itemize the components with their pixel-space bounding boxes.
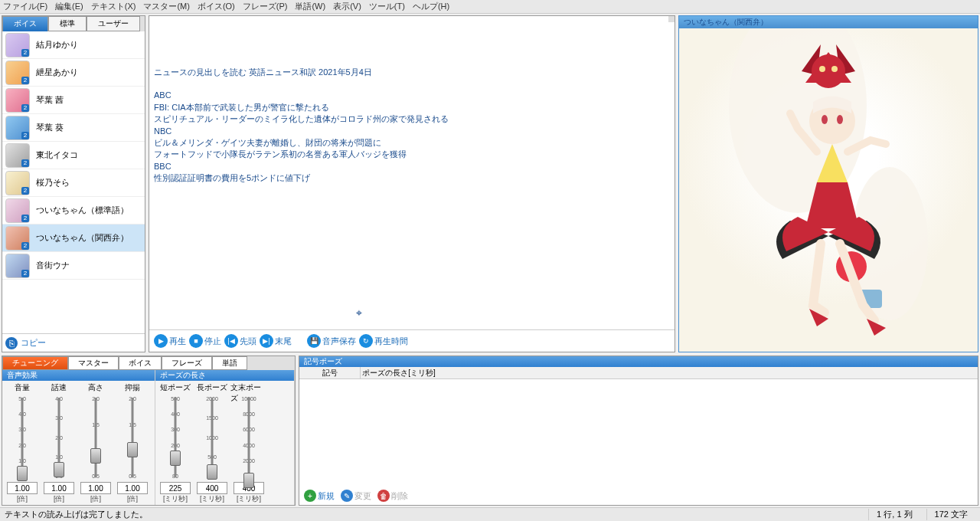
- tab-user[interactable]: ユーザー: [87, 16, 140, 31]
- slider-thumb[interactable]: [90, 448, 101, 464]
- svg-point-4: [831, 66, 838, 72]
- scroll-indicator[interactable]: [668, 16, 675, 22]
- pause-length-section: ポーズの長さ 短ポーズ50040030020010080[ミリ秒]長ポーズ200…: [155, 370, 295, 505]
- voice-item[interactable]: 紲星あかり: [2, 59, 145, 87]
- slider-話速: 話速4.03.02.01.00.5[倍]: [41, 382, 77, 503]
- tab-phrase[interactable]: フレーズ: [162, 356, 212, 370]
- voice-avatar: [5, 143, 30, 168]
- menu-help[interactable]: ヘルプ(H): [413, 1, 449, 12]
- symbol-edit-button[interactable]: ✎変更: [341, 490, 371, 502]
- slider-unit: [倍]: [17, 494, 28, 503]
- slider-track[interactable]: 5.04.03.02.01.00.0: [11, 393, 34, 482]
- menu-word[interactable]: 単語(W): [295, 1, 325, 12]
- tab-tuning[interactable]: チューニング: [2, 356, 68, 370]
- slider-thumb[interactable]: [243, 473, 254, 488]
- slider-track[interactable]: 50040030020010080: [164, 393, 187, 482]
- menu-voice[interactable]: ボイス(O): [198, 1, 235, 12]
- slider-track[interactable]: 2.01.51.00.5: [84, 393, 107, 482]
- status-message: テキストの読み上げは完了しました。: [5, 509, 148, 520]
- slider-label: 音量: [15, 382, 30, 393]
- voice-effect-header: 音声効果: [2, 370, 155, 381]
- slider-unit: [ミリ秒]: [163, 494, 188, 503]
- menu-edit[interactable]: 編集(E): [55, 1, 83, 12]
- voice-list[interactable]: 結月ゆかり紲星あかり琴葉 茜琴葉 葵東北イタコ桜乃そらついなちゃん（標準語）つい…: [2, 31, 145, 333]
- voice-item[interactable]: ついなちゃん（標準語）: [2, 197, 145, 224]
- head-button[interactable]: |◀先頭: [224, 334, 256, 348]
- symbol-new-button[interactable]: +新規: [304, 490, 335, 502]
- tab-master[interactable]: マスター: [68, 356, 119, 370]
- slider-track[interactable]: 200015001000500100: [201, 393, 224, 482]
- slider-thumb[interactable]: [170, 451, 181, 466]
- symbol-col-length[interactable]: ポーズの長さ[ミリ秒]: [361, 367, 437, 378]
- slider-音量: 音量5.04.03.02.01.00.0[倍]: [4, 382, 41, 503]
- symbol-table-body[interactable]: [299, 379, 978, 487]
- tab-voice-tune[interactable]: ボイス: [119, 356, 162, 370]
- slider-thumb[interactable]: [17, 466, 28, 481]
- voice-item[interactable]: 東北イタコ: [2, 142, 145, 169]
- pencil-icon: ✎: [341, 490, 353, 502]
- plus-icon: +: [304, 490, 316, 502]
- voice-name: 東北イタコ: [36, 149, 78, 161]
- slider-value-input[interactable]: [160, 482, 191, 494]
- voice-item[interactable]: 琴葉 葵: [2, 114, 145, 142]
- slider-thumb[interactable]: [54, 462, 64, 477]
- voice-panel: ボイス 標準 ユーザー 結月ゆかり紲星あかり琴葉 茜琴葉 葵東北イタコ桜乃そらつ…: [2, 15, 145, 352]
- menu-tool[interactable]: ツール(T): [369, 1, 405, 12]
- voice-avatar: [5, 61, 30, 85]
- slider-value-input[interactable]: [197, 482, 227, 494]
- voice-name: 紲星あかり: [36, 67, 78, 78]
- menu-text[interactable]: テキスト(X): [91, 1, 136, 12]
- editor-line: [154, 78, 670, 90]
- save-audio-button[interactable]: 💾音声保存: [307, 334, 356, 348]
- copy-button[interactable]: ⎘ コピー: [2, 333, 145, 352]
- voice-item[interactable]: 琴葉 茜: [2, 87, 145, 114]
- slider-value-input[interactable]: [80, 482, 111, 494]
- menu-master[interactable]: マスター(M): [143, 1, 190, 12]
- tab-voice[interactable]: ボイス: [2, 16, 48, 31]
- menu-file[interactable]: ファイル(F): [3, 1, 47, 12]
- slider-label: 文末ポーズ: [230, 382, 267, 393]
- symbol-delete-button[interactable]: 🗑削除: [377, 490, 408, 502]
- slider-value-input[interactable]: [117, 482, 148, 494]
- voice-avatar: [5, 198, 30, 223]
- slider-thumb[interactable]: [207, 464, 217, 480]
- slider-value-input[interactable]: [7, 482, 38, 494]
- symbol-pause-header: 記号ポーズ: [299, 356, 978, 367]
- editor-line: BBC: [154, 161, 670, 172]
- voice-item[interactable]: 結月ゆかり: [2, 31, 145, 59]
- stop-button[interactable]: ■停止: [189, 334, 221, 348]
- slider-track[interactable]: 1000080006000400020000: [237, 393, 260, 482]
- tuning-tabs: チューニング マスター ボイス フレーズ 単語: [2, 356, 295, 370]
- voice-name: 音街ウナ: [36, 260, 70, 271]
- slider-value-input[interactable]: [44, 482, 74, 494]
- slider-label: 長ポーズ: [197, 382, 227, 393]
- slider-track[interactable]: 2.01.51.00.5: [121, 393, 144, 482]
- text-editor[interactable]: ⌖ ニュースの見出しを読む 英語ニュース和訳 2021年5月4日 ABCFBI:…: [149, 16, 675, 330]
- symbol-col-symbol[interactable]: 記号: [299, 367, 361, 378]
- slider-高さ: 高さ2.01.51.00.5[倍]: [77, 382, 114, 503]
- status-charcount: 172 文字: [926, 509, 975, 520]
- voice-item[interactable]: 音街ウナ: [2, 252, 145, 280]
- slider-unit: [倍]: [54, 494, 64, 503]
- slider-label: 話速: [51, 382, 67, 393]
- tail-button[interactable]: ▶|末尾: [260, 334, 292, 348]
- tab-word[interactable]: 単語: [212, 356, 247, 370]
- editor-line: ABC: [154, 90, 670, 101]
- tab-standard[interactable]: 標準: [48, 16, 87, 31]
- mouse-cursor-icon: ⌖: [356, 306, 362, 321]
- statusbar: テキストの読み上げは完了しました。 1 行, 1 列 172 文字: [0, 507, 980, 521]
- voice-item[interactable]: 桜乃そら: [2, 169, 145, 197]
- svg-point-6: [822, 115, 828, 124]
- voice-name: 琴葉 茜: [36, 94, 64, 106]
- voice-name: 琴葉 葵: [36, 122, 64, 133]
- slider-抑揚: 抑揚2.01.51.00.5[倍]: [114, 382, 151, 503]
- editor-line: フォートフッドで小隊長がラテン系初の名誉ある軍人バッジを獲得: [154, 149, 670, 160]
- menu-phrase[interactable]: フレーズ(P): [243, 1, 288, 12]
- play-button[interactable]: ▶再生: [154, 334, 186, 348]
- slider-track[interactable]: 4.03.02.01.00.5: [47, 393, 70, 482]
- voice-item[interactable]: ついなちゃん（関西弁）: [2, 224, 145, 252]
- voice-avatar: [5, 226, 30, 251]
- slider-thumb[interactable]: [127, 442, 138, 457]
- menu-view[interactable]: 表示(V): [333, 1, 361, 12]
- play-time-button[interactable]: ↻再生時間: [359, 334, 408, 348]
